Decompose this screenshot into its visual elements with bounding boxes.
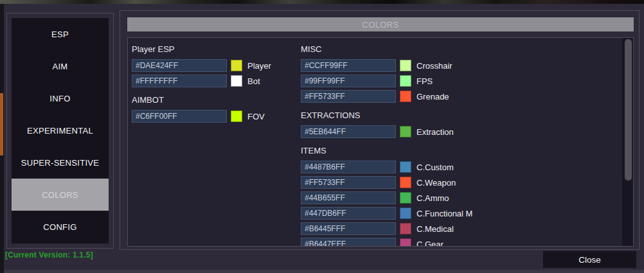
color-section: EXTRACTIONS Extraction <box>301 110 609 138</box>
close-button[interactable]: Close <box>543 251 636 268</box>
sidebar-item-super-sensitive[interactable]: SUPER-SENSITIVE <box>12 146 109 179</box>
hex-color-input[interactable] <box>301 191 396 204</box>
color-row-label: FPS <box>416 76 433 86</box>
sidebar-item-label: AIM <box>52 62 67 71</box>
color-section: MISC Crosshair FPS Grenade <box>301 44 609 103</box>
color-row-label: Bot <box>247 76 260 86</box>
hex-color-input[interactable] <box>301 161 396 173</box>
section-title: MISC <box>301 44 609 55</box>
color-swatch[interactable] <box>231 75 242 87</box>
colors-panel: Player ESP Player Bot AIMBOT FOV MISC Cr… <box>127 37 634 247</box>
color-row-label: C.Functional M <box>416 209 472 218</box>
color-swatch[interactable] <box>400 60 411 71</box>
game-background-object <box>0 93 3 155</box>
color-swatch[interactable] <box>400 126 411 137</box>
color-row: Grenade <box>301 90 609 103</box>
sidebar-item-label: COLORS <box>42 190 78 200</box>
version-label: [Current Version: 1.1.5] <box>5 251 93 260</box>
color-swatch[interactable] <box>400 223 411 234</box>
hex-color-input[interactable] <box>301 90 396 103</box>
color-row: Player <box>132 59 298 72</box>
color-row-label: C.Weapon <box>416 178 456 188</box>
section-rows: Player Bot <box>132 59 298 87</box>
color-section: ITEMS C.Custom C.Weapon C.Ammo C.Functio… <box>301 146 609 247</box>
hex-color-input[interactable] <box>301 59 396 72</box>
color-row-label: C.Medical <box>416 224 454 234</box>
section-rows: Crosshair FPS Grenade <box>301 59 609 103</box>
color-row-label: Extraction <box>416 127 454 137</box>
color-row-label: Grenade <box>416 92 449 101</box>
color-swatch[interactable] <box>400 91 411 102</box>
color-row-label: C.Gear <box>416 240 443 247</box>
color-row: Crosshair <box>301 59 609 72</box>
color-swatch[interactable] <box>400 207 411 219</box>
sidebar-item-list: ESP AIM INFO EXPERIMENTAL SUPER-SENSITIV… <box>12 18 109 243</box>
color-row-label: FOV <box>247 112 265 121</box>
sidebar-item-label: ESP <box>51 30 69 39</box>
hex-color-input[interactable] <box>132 110 227 123</box>
section-rows: C.Custom C.Weapon C.Ammo C.Functional M … <box>301 161 609 247</box>
colors-column-right: MISC Crosshair FPS Grenade EXTRACTIONS E… <box>301 40 609 247</box>
color-swatch[interactable] <box>231 60 242 71</box>
colors-header-bar: COLORS <box>127 17 634 31</box>
color-row: FOV <box>132 110 298 123</box>
sidebar-item-label: EXPERIMENTAL <box>27 126 93 136</box>
color-section: AIMBOT FOV <box>132 95 298 123</box>
section-rows: Extraction <box>301 125 609 138</box>
colors-column-left: Player ESP Player Bot AIMBOT FOV <box>132 40 298 125</box>
hex-color-input[interactable] <box>301 125 396 138</box>
sidebar-item-label: CONFIG <box>43 222 76 232</box>
sidebar-item-info[interactable]: INFO <box>12 82 109 114</box>
color-row: Extraction <box>301 125 609 138</box>
hex-color-input[interactable] <box>301 176 396 189</box>
color-swatch[interactable] <box>400 238 411 247</box>
hex-color-input[interactable] <box>301 75 396 87</box>
color-row-label: Player <box>247 61 271 71</box>
section-title: Player ESP <box>132 44 298 55</box>
color-row-label: Crosshair <box>416 61 452 71</box>
hex-color-input[interactable] <box>301 222 396 235</box>
color-row: C.Weapon <box>301 176 609 189</box>
sidebar-item-aim[interactable]: AIM <box>12 50 109 82</box>
color-row-label: C.Ammo <box>416 193 449 203</box>
color-section: Player ESP Player Bot <box>132 44 298 87</box>
hex-color-input[interactable] <box>301 207 396 220</box>
colors-header-title: COLORS <box>362 20 398 30</box>
section-title: EXTRACTIONS <box>301 110 609 121</box>
color-row: C.Medical <box>301 222 609 235</box>
section-title: AIMBOT <box>132 95 298 105</box>
main-region: COLORS Player ESP Player Bot AIMBOT FOV … <box>120 10 640 250</box>
section-title: ITEMS <box>301 146 609 156</box>
sidebar-item-label: SUPER-SENSITIVE <box>21 158 100 168</box>
sidebar-item-esp[interactable]: ESP <box>12 18 109 50</box>
hex-color-input[interactable] <box>132 75 227 87</box>
hex-color-input[interactable] <box>301 238 396 247</box>
sidebar: ESP AIM INFO EXPERIMENTAL SUPER-SENSITIV… <box>6 13 114 249</box>
scrollbar-thumb[interactable] <box>625 39 632 181</box>
color-swatch[interactable] <box>400 161 411 173</box>
color-row: C.Functional M <box>301 207 609 220</box>
hex-color-input[interactable] <box>132 59 227 72</box>
color-row: FPS <box>301 75 609 87</box>
color-swatch[interactable] <box>400 192 411 204</box>
color-row: C.Ammo <box>301 191 609 204</box>
sidebar-item-colors[interactable]: COLORS <box>12 179 109 211</box>
color-swatch[interactable] <box>231 110 242 122</box>
color-row: C.Gear <box>301 238 609 247</box>
color-row-label: C.Custom <box>416 163 454 172</box>
color-row: C.Custom <box>301 161 609 173</box>
color-swatch[interactable] <box>400 177 411 188</box>
sidebar-item-label: INFO <box>49 94 70 103</box>
color-swatch[interactable] <box>400 75 411 87</box>
sidebar-item-experimental[interactable]: EXPERIMENTAL <box>12 114 109 146</box>
scrollbar-track[interactable] <box>622 38 633 246</box>
cheat-menu-window: ESP AIM INFO EXPERIMENTAL SUPER-SENSITIV… <box>4 4 644 273</box>
sidebar-item-config[interactable]: CONFIG <box>12 211 109 243</box>
section-rows: FOV <box>132 110 298 123</box>
color-row: Bot <box>132 75 298 87</box>
